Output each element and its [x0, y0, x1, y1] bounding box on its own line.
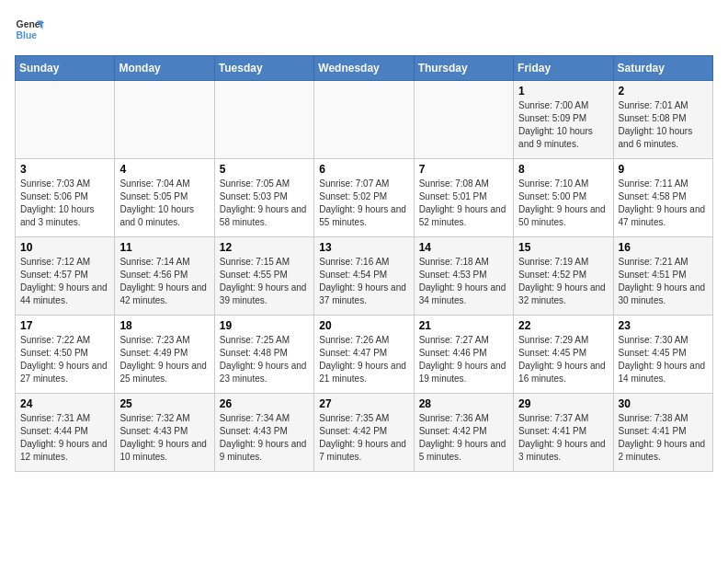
calendar-cell: 6Sunrise: 7:07 AM Sunset: 5:02 PM Daylig…: [314, 159, 414, 237]
calendar-table: SundayMondayTuesdayWednesdayThursdayFrid…: [15, 55, 713, 472]
calendar-cell: 9Sunrise: 7:11 AM Sunset: 4:58 PM Daylig…: [613, 159, 712, 237]
day-number: 2: [619, 85, 708, 98]
day-info: Sunrise: 7:25 AM Sunset: 4:48 PM Dayligh…: [220, 334, 309, 385]
day-number: 8: [518, 163, 608, 176]
day-number: 27: [319, 397, 408, 410]
calendar-cell: 28Sunrise: 7:36 AM Sunset: 4:42 PM Dayli…: [414, 394, 513, 472]
day-info: Sunrise: 7:07 AM Sunset: 5:02 PM Dayligh…: [319, 178, 408, 229]
day-info: Sunrise: 7:22 AM Sunset: 4:50 PM Dayligh…: [20, 334, 109, 385]
calendar-cell: 30Sunrise: 7:38 AM Sunset: 4:41 PM Dayli…: [613, 394, 712, 472]
calendar-cell: 2Sunrise: 7:01 AM Sunset: 5:08 PM Daylig…: [613, 81, 712, 159]
calendar-cell: 8Sunrise: 7:10 AM Sunset: 5:00 PM Daylig…: [514, 159, 613, 237]
calendar-cell: 23Sunrise: 7:30 AM Sunset: 4:45 PM Dayli…: [613, 316, 712, 394]
calendar-cell: 10Sunrise: 7:12 AM Sunset: 4:57 PM Dayli…: [16, 237, 115, 316]
day-number: 23: [619, 319, 708, 332]
calendar-cell: 7Sunrise: 7:08 AM Sunset: 5:01 PM Daylig…: [414, 159, 513, 237]
calendar-cell: 27Sunrise: 7:35 AM Sunset: 4:42 PM Dayli…: [314, 394, 414, 472]
calendar-cell: 16Sunrise: 7:21 AM Sunset: 4:51 PM Dayli…: [613, 237, 712, 316]
day-number: 25: [119, 397, 209, 410]
logo-icon: General Blue: [15, 15, 44, 44]
day-number: 14: [419, 241, 508, 254]
day-number: 12: [220, 241, 309, 254]
day-number: 24: [20, 397, 109, 410]
day-number: 22: [518, 319, 608, 332]
day-number: 28: [419, 397, 508, 410]
day-info: Sunrise: 7:26 AM Sunset: 4:47 PM Dayligh…: [319, 334, 408, 385]
page-header: General Blue: [15, 15, 713, 44]
day-info: Sunrise: 7:19 AM Sunset: 4:52 PM Dayligh…: [518, 256, 608, 307]
calendar-cell: 17Sunrise: 7:22 AM Sunset: 4:50 PM Dayli…: [16, 316, 115, 394]
calendar-cell: 26Sunrise: 7:34 AM Sunset: 4:43 PM Dayli…: [214, 394, 313, 472]
calendar-cell: 19Sunrise: 7:25 AM Sunset: 4:48 PM Dayli…: [214, 316, 313, 394]
day-info: Sunrise: 7:15 AM Sunset: 4:55 PM Dayligh…: [220, 256, 309, 307]
calendar-cell: [214, 81, 313, 159]
day-number: 17: [20, 319, 109, 332]
day-info: Sunrise: 7:21 AM Sunset: 4:51 PM Dayligh…: [619, 256, 708, 307]
day-number: 15: [518, 241, 608, 254]
day-info: Sunrise: 7:14 AM Sunset: 4:56 PM Dayligh…: [119, 256, 209, 307]
day-info: Sunrise: 7:30 AM Sunset: 4:45 PM Dayligh…: [619, 334, 708, 385]
day-number: 16: [619, 241, 708, 254]
day-info: Sunrise: 7:01 AM Sunset: 5:08 PM Dayligh…: [619, 99, 708, 151]
calendar-cell: 21Sunrise: 7:27 AM Sunset: 4:46 PM Dayli…: [414, 316, 513, 394]
day-info: Sunrise: 7:35 AM Sunset: 4:42 PM Dayligh…: [319, 412, 408, 464]
day-number: 10: [20, 241, 109, 254]
day-info: Sunrise: 7:00 AM Sunset: 5:09 PM Dayligh…: [518, 99, 608, 151]
day-number: 5: [220, 163, 309, 176]
day-number: 13: [319, 241, 408, 254]
calendar-cell: [16, 81, 115, 159]
calendar-cell: 29Sunrise: 7:37 AM Sunset: 4:41 PM Dayli…: [514, 394, 613, 472]
day-number: 18: [119, 319, 209, 332]
day-info: Sunrise: 7:37 AM Sunset: 4:41 PM Dayligh…: [518, 412, 608, 464]
day-info: Sunrise: 7:12 AM Sunset: 4:57 PM Dayligh…: [20, 256, 109, 307]
day-number: 4: [119, 163, 209, 176]
svg-text:Blue: Blue: [17, 30, 38, 40]
day-info: Sunrise: 7:29 AM Sunset: 4:45 PM Dayligh…: [518, 334, 608, 385]
day-header-wednesday: Wednesday: [314, 56, 414, 81]
logo: General Blue: [15, 15, 44, 44]
day-info: Sunrise: 7:03 AM Sunset: 5:06 PM Dayligh…: [20, 178, 109, 229]
day-number: 26: [220, 397, 309, 410]
calendar-cell: 14Sunrise: 7:18 AM Sunset: 4:53 PM Dayli…: [414, 237, 513, 316]
day-info: Sunrise: 7:31 AM Sunset: 4:44 PM Dayligh…: [20, 412, 109, 464]
calendar-cell: 13Sunrise: 7:16 AM Sunset: 4:54 PM Dayli…: [314, 237, 414, 316]
day-number: 19: [220, 319, 309, 332]
calendar-cell: 20Sunrise: 7:26 AM Sunset: 4:47 PM Dayli…: [314, 316, 414, 394]
day-header-tuesday: Tuesday: [214, 56, 313, 81]
calendar-cell: 4Sunrise: 7:04 AM Sunset: 5:05 PM Daylig…: [115, 159, 214, 237]
calendar-cell: [314, 81, 414, 159]
day-info: Sunrise: 7:16 AM Sunset: 4:54 PM Dayligh…: [319, 256, 408, 307]
day-header-saturday: Saturday: [613, 56, 712, 81]
day-number: 11: [119, 241, 209, 254]
day-number: 9: [619, 163, 708, 176]
day-header-friday: Friday: [514, 56, 613, 81]
calendar-cell: 3Sunrise: 7:03 AM Sunset: 5:06 PM Daylig…: [16, 159, 115, 237]
day-number: 1: [518, 85, 608, 98]
calendar-cell: 1Sunrise: 7:00 AM Sunset: 5:09 PM Daylig…: [514, 81, 613, 159]
calendar-cell: 22Sunrise: 7:29 AM Sunset: 4:45 PM Dayli…: [514, 316, 613, 394]
day-info: Sunrise: 7:11 AM Sunset: 4:58 PM Dayligh…: [619, 178, 708, 229]
day-number: 21: [419, 319, 508, 332]
day-info: Sunrise: 7:38 AM Sunset: 4:41 PM Dayligh…: [619, 412, 708, 464]
day-number: 29: [518, 397, 608, 410]
day-info: Sunrise: 7:36 AM Sunset: 4:42 PM Dayligh…: [419, 412, 508, 464]
day-number: 3: [20, 163, 109, 176]
calendar-cell: 25Sunrise: 7:32 AM Sunset: 4:43 PM Dayli…: [115, 394, 214, 472]
day-info: Sunrise: 7:32 AM Sunset: 4:43 PM Dayligh…: [119, 412, 209, 464]
calendar-cell: 24Sunrise: 7:31 AM Sunset: 4:44 PM Dayli…: [16, 394, 115, 472]
day-number: 30: [619, 397, 708, 410]
day-info: Sunrise: 7:08 AM Sunset: 5:01 PM Dayligh…: [419, 178, 508, 229]
day-header-thursday: Thursday: [414, 56, 513, 81]
day-info: Sunrise: 7:27 AM Sunset: 4:46 PM Dayligh…: [419, 334, 508, 385]
day-info: Sunrise: 7:34 AM Sunset: 4:43 PM Dayligh…: [220, 412, 309, 464]
calendar-cell: 5Sunrise: 7:05 AM Sunset: 5:03 PM Daylig…: [214, 159, 313, 237]
day-info: Sunrise: 7:18 AM Sunset: 4:53 PM Dayligh…: [419, 256, 508, 307]
day-header-monday: Monday: [115, 56, 214, 81]
day-info: Sunrise: 7:10 AM Sunset: 5:00 PM Dayligh…: [518, 178, 608, 229]
day-info: Sunrise: 7:04 AM Sunset: 5:05 PM Dayligh…: [119, 178, 209, 229]
day-number: 20: [319, 319, 408, 332]
calendar-cell: 15Sunrise: 7:19 AM Sunset: 4:52 PM Dayli…: [514, 237, 613, 316]
calendar-cell: 18Sunrise: 7:23 AM Sunset: 4:49 PM Dayli…: [115, 316, 214, 394]
calendar-cell: [414, 81, 513, 159]
day-number: 6: [319, 163, 408, 176]
